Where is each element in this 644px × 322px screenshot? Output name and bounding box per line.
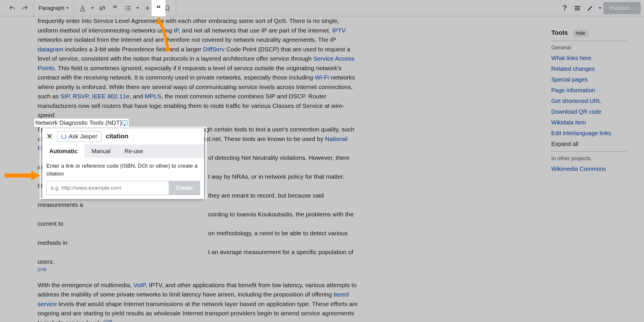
- dialog-title: citation: [106, 133, 128, 140]
- tab-manual[interactable]: Manual: [85, 144, 118, 158]
- svg-point-1: [125, 8, 126, 8]
- list-dropdown[interactable]: [134, 2, 141, 15]
- expand-all-button[interactable]: Expand all: [551, 141, 627, 147]
- chevron-down-icon: [136, 7, 139, 9]
- link-ip[interactable]: IP: [174, 27, 179, 34]
- publish-button[interactable]: Publish…: [603, 2, 641, 14]
- close-button[interactable]: ✕: [46, 132, 53, 141]
- hide-tools-button[interactable]: hide: [573, 30, 588, 37]
- create-citation-button[interactable]: Create: [169, 181, 200, 195]
- citation-url-input[interactable]: [47, 181, 169, 195]
- other-projects-heading: In other projects: [551, 155, 627, 162]
- text-style-button[interactable]: A: [76, 2, 89, 15]
- list-icon: [124, 5, 131, 12]
- tool-link-relatedchanges[interactable]: Related changes: [551, 66, 627, 72]
- selected-text-highlight: Network Diagnostic Tools (NDT)…: [34, 119, 129, 127]
- svg-marker-10: [156, 17, 162, 24]
- menu-button[interactable]: [571, 2, 584, 15]
- svg-marker-11: [5, 171, 40, 180]
- edit-mode-button[interactable]: [584, 2, 596, 15]
- tool-link-specialpages[interactable]: Special pages: [551, 76, 627, 83]
- highlighted-text: Network Diagnostic Tools (NDT): [35, 119, 122, 126]
- undo-button[interactable]: [6, 2, 19, 15]
- link-mpls[interactable]: MPLS: [145, 93, 161, 100]
- tools-heading: Tools: [551, 29, 568, 37]
- link-wifi[interactable]: Wi-Fi: [315, 74, 329, 81]
- svg-point-0: [125, 6, 126, 7]
- link-sip[interactable]: SIP: [60, 93, 69, 100]
- ask-jasper-button[interactable]: Ask Jasper: [57, 131, 102, 142]
- citation-instructions: Enter a link or reference code (ISBN, DO…: [46, 162, 200, 178]
- list-button[interactable]: [121, 2, 134, 15]
- link-button[interactable]: [96, 2, 109, 15]
- link-iptv[interactable]: IPTV: [332, 27, 346, 34]
- tab-reuse[interactable]: Re-use: [117, 144, 150, 158]
- format-label: Paragraph: [39, 5, 64, 11]
- tool-link-pageinfo[interactable]: Page information: [551, 87, 627, 94]
- cite-button[interactable]: “: [109, 2, 121, 15]
- text-style-icon: A: [80, 4, 85, 12]
- ask-jasper-label: Ask Jasper: [69, 133, 97, 140]
- reference-219[interactable]: [219]: [38, 267, 46, 272]
- chevron-down-icon: [598, 7, 601, 9]
- edit-mode-dropdown[interactable]: [596, 2, 603, 15]
- reference-marker[interactable]: …: [122, 120, 128, 125]
- help-button[interactable]: ?: [558, 2, 571, 15]
- tool-link-whatlinkshere[interactable]: What links here: [551, 55, 627, 61]
- paragraph[interactable]: frequently enter into Service Level Agre…: [38, 16, 359, 120]
- tool-link-commons[interactable]: Wikimedia Commons: [551, 166, 627, 172]
- tools-panel: Tools hide General What links here Relat…: [551, 29, 627, 176]
- chevron-down-icon: [66, 7, 69, 9]
- link-diffserv[interactable]: DiffServ: [203, 46, 225, 53]
- editor-toolbar: Paragraph A “ + Ω ? Publish…: [0, 0, 644, 16]
- svg-point-2: [125, 9, 126, 10]
- chevron-down-icon: [91, 7, 94, 9]
- tool-link-interlang[interactable]: Edit interlanguage links: [551, 130, 627, 137]
- tool-link-shorturl[interactable]: Get shortened URL: [551, 98, 627, 104]
- redo-icon: [21, 5, 28, 12]
- paragraph[interactable]: With the emergence of multimedia, VoIP, …: [38, 281, 359, 322]
- plus-icon: +: [145, 3, 150, 13]
- tab-automatic[interactable]: Automatic: [42, 144, 85, 158]
- reference-220[interactable]: [220]: [104, 319, 112, 322]
- undo-icon: [9, 5, 16, 12]
- paragraph-format-dropdown[interactable]: Paragraph: [36, 5, 71, 11]
- tool-link-qrcode[interactable]: Download QR code: [551, 108, 627, 115]
- jasper-icon: [61, 134, 66, 139]
- redo-button[interactable]: [19, 2, 31, 15]
- help-icon: ?: [562, 3, 567, 12]
- tutorial-arrow-left: [3, 168, 41, 183]
- tutorial-arrow-top: [154, 16, 172, 51]
- pencil-icon: [587, 5, 594, 12]
- tool-link-wikidata[interactable]: Wikidata item: [551, 119, 627, 126]
- hamburger-icon: [574, 5, 581, 12]
- citation-dialog: ✕ Ask Jasper citation Automatic Manual R…: [42, 128, 204, 199]
- link-voip[interactable]: VoIP: [133, 282, 145, 288]
- general-heading: General: [551, 44, 627, 51]
- quote-icon: “: [157, 3, 161, 13]
- cite-button-highlight: “: [152, 0, 165, 16]
- link-icon: [99, 5, 106, 12]
- quote-icon: “: [113, 3, 117, 13]
- link-rsvp[interactable]: RSVP: [73, 93, 88, 100]
- link-datagram[interactable]: datagram: [38, 46, 63, 53]
- text-style-dropdown[interactable]: [89, 2, 96, 15]
- link-ieee[interactable]: IEEE 802.11e: [92, 93, 130, 100]
- citation-tabs: Automatic Manual Re-use: [42, 144, 204, 158]
